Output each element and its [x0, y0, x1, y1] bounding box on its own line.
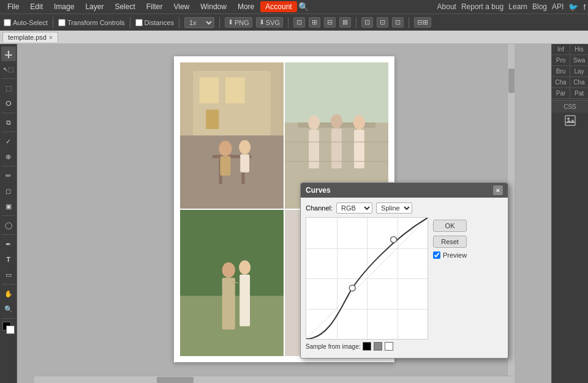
panel-tab-swatches[interactable]: Swa: [570, 55, 588, 65]
panel-tab-character[interactable]: Cha: [570, 77, 588, 87]
background-color[interactable]: [6, 325, 15, 334]
svg-point-22: [353, 116, 365, 130]
image-panel-icon: [565, 115, 576, 126]
panel-tab-brushes[interactable]: Bru: [552, 66, 570, 76]
zoom-select[interactable]: 1x2x0.5x: [184, 17, 214, 28]
curves-sample: Sample from image:: [306, 342, 428, 351]
svg-rect-19: [309, 130, 319, 168]
brush-tool[interactable]: ✏: [1, 168, 16, 183]
photo-1: [180, 62, 284, 209]
facebook-icon[interactable]: f: [583, 2, 586, 12]
menu-learn[interactable]: Learn: [508, 2, 527, 11]
sample-label: Sample from image:: [306, 343, 360, 350]
toolbar-icon-1[interactable]: ⊡: [293, 17, 305, 28]
menu-blog[interactable]: Blog: [532, 2, 547, 11]
v-scroll-thumb[interactable]: [508, 69, 514, 93]
toolbar-icon-6[interactable]: ⊡: [377, 17, 388, 28]
svg-rect-45: [565, 116, 575, 125]
menu-image[interactable]: Image: [49, 1, 79, 12]
css-button[interactable]: CSS: [552, 101, 588, 113]
transform-checkbox[interactable]: [58, 19, 66, 26]
tool-separator-8: [2, 318, 15, 319]
crop-tool[interactable]: ⧉: [1, 115, 16, 130]
panel-tab-properties[interactable]: Pro: [552, 55, 570, 65]
menu-more[interactable]: More: [233, 1, 259, 12]
curves-dialog: Curves × Channel: RGBRedGreenBlue Spline…: [300, 182, 508, 359]
auto-select-checkbox[interactable]: [4, 19, 11, 26]
toolbar-icon-4[interactable]: ⊠: [339, 17, 351, 28]
svg-marker-47: [565, 119, 575, 123]
panel-tab-paragraph[interactable]: Par: [552, 88, 570, 99]
curves-layout: Sample from image: OK Reset Preview: [306, 217, 503, 353]
menu-account[interactable]: Account: [260, 1, 296, 12]
export-svg-button[interactable]: ⬇ SVG: [256, 17, 283, 28]
sample-gray[interactable]: [374, 342, 382, 351]
menu-edit[interactable]: Edit: [25, 1, 48, 12]
selection-tool[interactable]: ↖⬚: [1, 62, 16, 76]
toolbar-icon-2[interactable]: ⊞: [309, 17, 320, 28]
menu-report-bug[interactable]: Report a bug: [461, 2, 503, 11]
toolbar-sep-3: [179, 17, 179, 28]
fill-tool[interactable]: ▣: [1, 199, 16, 214]
move-tool[interactable]: [1, 46, 16, 61]
hand-tool[interactable]: ✋: [1, 286, 16, 301]
h-scroll-thumb[interactable]: [157, 377, 194, 383]
file-tab[interactable]: template.psd ×: [2, 32, 58, 42]
curves-graph[interactable]: [306, 217, 428, 340]
sample-black[interactable]: [363, 342, 371, 351]
toolbar-icon-3[interactable]: ⊟: [324, 17, 336, 28]
channel-label: Channel:: [306, 204, 333, 212]
photo-cell-1: [180, 62, 284, 209]
menu-layer[interactable]: Layer: [80, 1, 108, 12]
svg-point-31: [239, 261, 251, 275]
channel-select[interactable]: RGBRedGreenBlue: [336, 203, 372, 214]
menu-about[interactable]: About: [437, 2, 456, 11]
spline-select[interactable]: SplineLinear: [376, 203, 412, 214]
heal-tool[interactable]: ⊕: [1, 149, 16, 164]
curves-close-button[interactable]: ×: [493, 185, 503, 195]
toolbar-icon-5[interactable]: ⊡: [361, 17, 373, 28]
pen-tool[interactable]: ✒: [1, 237, 16, 251]
horizontal-scrollbar[interactable]: [34, 376, 514, 383]
dodge-tool[interactable]: ◯: [1, 218, 16, 232]
reset-button[interactable]: Reset: [433, 236, 467, 248]
panel-mid-row: Pro Swa: [552, 55, 588, 66]
twitter-icon[interactable]: 🐦: [568, 2, 578, 12]
svg-point-29: [222, 262, 235, 278]
color-swatches[interactable]: [2, 322, 15, 334]
eraser-tool[interactable]: ◻: [1, 184, 16, 198]
toolbar-sep-2: [130, 17, 130, 28]
tool-separator-1: [2, 78, 15, 79]
left-toolbar: ↖⬚ ⬚ ⵔ ⧉ ✓ ⊕ ✏ ◻ ▣ ◯ ✒ T ▭ ✋ 🔍: [0, 44, 17, 383]
ok-button[interactable]: OK: [433, 220, 467, 232]
menu-select[interactable]: Select: [110, 1, 140, 12]
panel-tab-patterns[interactable]: Pat: [570, 88, 588, 99]
panel-tab-channels[interactable]: Cha: [552, 77, 570, 87]
lasso-tool[interactable]: ⵔ: [1, 96, 16, 111]
toolbar-icon-7[interactable]: ⊡: [392, 17, 404, 28]
panel-tab-info[interactable]: Inf: [552, 44, 570, 54]
menu-file[interactable]: File: [2, 1, 24, 12]
tab-close-button[interactable]: ×: [49, 34, 53, 41]
distances-checkbox[interactable]: [135, 19, 143, 26]
panel-tab-history[interactable]: His: [570, 44, 588, 54]
export-png-button[interactable]: ⬇ PNG: [225, 17, 252, 28]
toolbar-icon-8[interactable]: ⊟⊞: [414, 17, 431, 28]
svg-rect-3: [200, 77, 219, 103]
text-tool[interactable]: T: [1, 252, 16, 267]
zoom-tool[interactable]: 🔍: [1, 302, 16, 316]
panel-tab-layers[interactable]: Lay: [570, 66, 588, 76]
menu-filter[interactable]: Filter: [141, 1, 168, 12]
menu-api[interactable]: API: [552, 2, 564, 11]
preview-checkbox[interactable]: [433, 251, 440, 259]
shape-tool[interactable]: ▭: [1, 267, 16, 282]
sample-white[interactable]: [385, 342, 393, 351]
search-icon[interactable]: 🔍: [298, 2, 309, 12]
canvas-area[interactable]: Curves × Channel: RGBRedGreenBlue Spline…: [17, 44, 551, 383]
menu-window[interactable]: Window: [195, 1, 232, 12]
eyedropper-tool[interactable]: ✓: [1, 134, 16, 149]
image-panel-button[interactable]: [552, 113, 588, 128]
menu-view[interactable]: View: [168, 1, 194, 12]
menu-right: About Report a bug Learn Blog API 🐦 f: [437, 2, 586, 12]
rect-select-tool[interactable]: ⬚: [1, 81, 16, 95]
